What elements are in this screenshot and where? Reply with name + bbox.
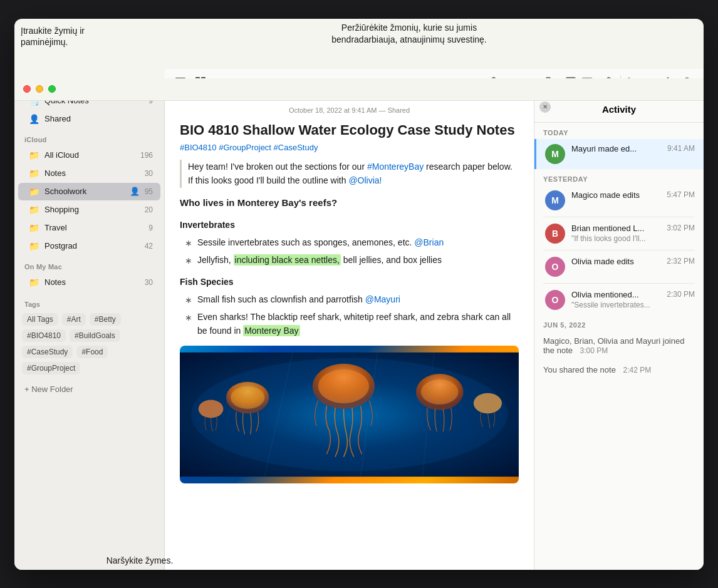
note-title: BIO 4810 Shallow Water Ecology Case Stud…	[180, 121, 519, 140]
bullet-item-2: ∗ Jellyfish, including black sea nettles…	[180, 253, 519, 267]
activity-divider-2	[543, 250, 695, 250]
tag-art[interactable]: #Art	[62, 313, 86, 326]
sidebar-item-notes-mac[interactable]: 📁 Notes 30	[18, 274, 160, 291]
sidebar: 🗒️ Quick Notes 9 👤 Shared iCloud 📁 All i…	[14, 91, 165, 570]
tag-buildgoals[interactable]: #BuildGoals	[70, 329, 120, 342]
mention-olivia[interactable]: @Olivia!	[348, 175, 382, 185]
activity-avatar-olivia2: O	[545, 290, 565, 310]
activity-item-olivia2[interactable]: O Olivia mentioned... "Sessile invertebr…	[534, 285, 704, 315]
activity-divider-1	[543, 217, 695, 217]
sidebar-item-shared[interactable]: 👤 Shared	[18, 110, 160, 128]
activity-yesterday-label: YESTERDAY	[534, 169, 704, 185]
schoolwork-shared-icon: 👤	[130, 187, 140, 196]
travel-label: Travel	[44, 223, 146, 232]
annotation-tags: Įtraukite žymių ir paminėjimų.	[21, 25, 118, 48]
note-body-block: Hey team! I've broken out the sections f…	[180, 160, 519, 188]
mention-monterey-bay[interactable]: #MontereyBay	[367, 162, 424, 172]
activity-info-olivia2: Olivia mentioned... "Sessile invertebrat…	[571, 290, 662, 309]
activity-avatar-brian: B	[545, 224, 565, 244]
svg-point-21	[318, 369, 369, 403]
note-body-intro: Hey team! I've broken out the sections f…	[188, 160, 519, 188]
activity-name-brian: Brian mentioned L...	[571, 224, 662, 233]
activity-close-button[interactable]: ✕	[539, 101, 551, 113]
activity-name-mayuri: Mayuri made ed...	[571, 144, 662, 153]
activity-preview-brian: "If this looks good I'll...	[571, 234, 662, 243]
note-tags: #BIO4810 #GroupProject #CaseStudy	[180, 143, 519, 152]
shopping-badge: 20	[145, 205, 153, 214]
sidebar-item-postgrad[interactable]: 📁 Postgrad 42	[18, 237, 160, 255]
notes-mac-icon: 📁	[28, 277, 39, 288]
right-panel: ‹ Aa	[165, 69, 704, 570]
activity-time-brian: 3:02 PM	[667, 224, 695, 232]
activity-time-olivia1: 2:32 PM	[667, 257, 695, 266]
sidebar-item-all-icloud[interactable]: 📁 All iCloud 196	[18, 147, 160, 164]
svg-point-26	[199, 400, 224, 418]
minimize-button[interactable]	[36, 85, 43, 93]
content-area: October 18, 2022 at 9:41 AM — Shared BIO…	[165, 96, 704, 570]
tags-grid: All Tags #Art #Betty #BIO4810 #BuildGoal…	[22, 313, 157, 374]
svg-point-27	[474, 393, 502, 413]
activity-item-mayuri[interactable]: M Mayuri made ed... 9:41 AM	[534, 139, 704, 169]
close-button[interactable]	[23, 85, 31, 93]
travel-badge: 9	[148, 224, 153, 232]
title-bar	[14, 78, 704, 101]
schoolwork-label: Schoolwork	[44, 187, 130, 196]
annotation-activity: Peržiūrėkite žmonių, kurie su jumis bend…	[321, 22, 497, 46]
sidebar-item-notes-icloud[interactable]: 📁 Notes 30	[18, 165, 160, 182]
activity-name-magico: Magico made edits	[571, 190, 662, 200]
fullscreen-button[interactable]	[48, 85, 56, 93]
all-icloud-badge: 196	[140, 151, 153, 160]
activity-shared-time: 2:42 PM	[623, 366, 652, 374]
activity-item-olivia1[interactable]: O Olivia made edits 2:32 PM	[534, 252, 704, 282]
activity-avatar-magico: M	[545, 190, 565, 210]
highlight-black-sea-nettles: including black sea nettles,	[234, 254, 341, 266]
new-folder-button[interactable]: + New Folder	[14, 379, 164, 399]
sidebar-item-shopping[interactable]: 📁 Shopping 20	[18, 201, 160, 219]
activity-item-brian[interactable]: B Brian mentioned L... "If this looks go…	[534, 219, 704, 249]
activity-name-olivia2: Olivia mentioned...	[571, 290, 662, 299]
notes-icloud-icon: 📁	[28, 168, 39, 179]
mention-brian[interactable]: @Brian	[414, 237, 444, 247]
all-icloud-icon: 📁	[28, 150, 39, 161]
activity-today-label: TODAY	[534, 123, 704, 139]
new-folder-label: + New Folder	[24, 384, 73, 394]
activity-time-magico: 5:47 PM	[667, 190, 695, 199]
activity-info-magico: Magico made edits	[571, 190, 662, 200]
activity-info-brian: Brian mentioned L... "If this looks good…	[571, 224, 662, 243]
tag-bio4810[interactable]: #BIO4810	[22, 329, 66, 342]
activity-time-mayuri: 9:41 AM	[667, 144, 695, 153]
bullet-star-1: ∗	[185, 236, 192, 250]
activity-avatar-olivia1: O	[545, 257, 565, 277]
subsection-fish: Fish Species	[180, 275, 519, 289]
schoolwork-icon: 📁	[28, 186, 39, 197]
activity-item-magico[interactable]: M Magico made edits 5:47 PM	[534, 185, 704, 215]
postgrad-badge: 42	[145, 242, 153, 250]
mention-mayuri[interactable]: @Mayuri	[365, 294, 400, 304]
content-columns: 🗒️ Quick Notes 9 👤 Shared iCloud 📁 All i…	[14, 69, 704, 570]
tag-groupproject[interactable]: #GroupProject	[22, 362, 80, 374]
notes-mac-label: Notes	[44, 277, 142, 287]
notes-mac-badge: 30	[145, 278, 153, 287]
bullet-star-4: ∗	[185, 311, 192, 324]
note-content[interactable]: October 18, 2022 at 9:41 AM — Shared BIO…	[165, 96, 534, 570]
tag-betty[interactable]: #Betty	[90, 313, 121, 326]
bullet-item-1: ∗ Sessile invertebrates such as sponges,…	[180, 235, 519, 250]
shared-icon: 👤	[28, 113, 39, 125]
bullet-item-3: ∗ Small fish such as clownfish and parro…	[180, 292, 519, 307]
notes-icloud-label: Notes	[44, 168, 142, 178]
postgrad-icon: 📁	[28, 240, 39, 252]
travel-icon: 📁	[28, 222, 39, 234]
tag-casestudy[interactable]: #CaseStudy	[22, 346, 73, 358]
activity-time-olivia2: 2:30 PM	[667, 290, 695, 299]
sidebar-item-schoolwork[interactable]: 📁 Schoolwork 👤 95	[18, 183, 160, 200]
note-date: October 18, 2022 at 9:41 AM — Shared	[180, 106, 519, 114]
svg-point-23	[231, 386, 264, 409]
activity-divider-3	[543, 283, 695, 284]
tag-all-tags[interactable]: All Tags	[22, 313, 58, 326]
activity-joined-time: 3:00 PM	[580, 346, 608, 355]
activity-preview-olivia2: "Sessile invertebrates...	[571, 301, 662, 309]
tag-food[interactable]: #Food	[76, 346, 108, 358]
activity-info-olivia1: Olivia made edits	[571, 257, 662, 266]
sidebar-item-travel[interactable]: 📁 Travel 9	[18, 219, 160, 237]
activity-joined-note: Magico, Brian, Olivia and Mayuri joined …	[534, 331, 704, 360]
